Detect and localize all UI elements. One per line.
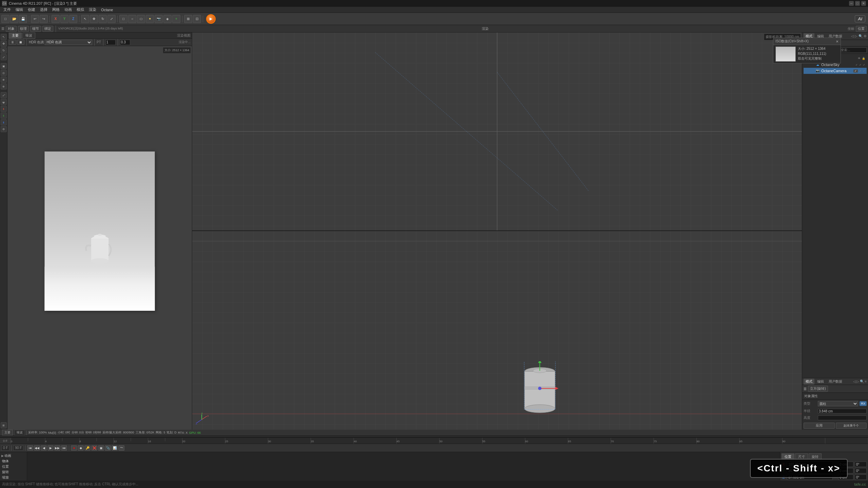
tree-item-octane-camera[interactable]: 📷 OctaneCamera ✓ ✓ ✓ xyxy=(804,68,867,74)
render-value-input[interactable] xyxy=(120,40,130,45)
auto-key-btn[interactable]: ◆ xyxy=(78,445,84,451)
goto-end-btn[interactable]: ⏭ xyxy=(61,445,67,451)
timeline-track[interactable]: 0 4 8 12 16 20 25 30 35 40 45 50 55 60 6… xyxy=(11,438,868,444)
tool-sculpt[interactable]: ◒ xyxy=(1,99,7,105)
height-input[interactable] xyxy=(818,415,867,420)
tab-noise[interactable]: 噪波 xyxy=(22,33,35,39)
menu-file[interactable]: 文件 xyxy=(1,7,13,13)
menu-edit[interactable]: 编辑 xyxy=(14,7,25,13)
tool-misc[interactable]: ⚙ xyxy=(1,126,7,132)
tool-move[interactable]: ✥ xyxy=(1,41,7,47)
mode-detail[interactable]: 细节 xyxy=(30,26,41,32)
cam-check2[interactable]: ✓ xyxy=(859,69,862,73)
tool-bottom[interactable]: ⊞ xyxy=(1,422,7,428)
axis-x-btn[interactable]: X xyxy=(52,15,60,23)
new-btn[interactable]: □ xyxy=(1,15,9,23)
material-btn[interactable]: ◈ xyxy=(163,15,172,23)
y-rot-input[interactable] xyxy=(855,468,867,473)
camera-btn[interactable]: 📷 xyxy=(155,15,163,23)
save-btn[interactable]: 💾 xyxy=(19,15,27,23)
panel-forward-btn[interactable]: ▷ xyxy=(855,34,857,38)
track-label-obj[interactable]: 物体 xyxy=(1,459,25,464)
key-sel-btn[interactable]: ▣ xyxy=(98,445,104,451)
play-btn[interactable]: ▶ xyxy=(47,445,54,451)
select-btn[interactable]: ↖ xyxy=(81,15,89,23)
track-label-scale[interactable]: 缩放 xyxy=(1,475,25,480)
props-tab-mode[interactable]: 模式 xyxy=(804,379,814,385)
goto-start-btn[interactable]: ⏮ xyxy=(27,445,33,451)
tool-4[interactable]: ⊗ xyxy=(1,83,7,89)
cube-btn[interactable]: □ xyxy=(119,15,127,23)
copy-btn[interactable]: 副本乘千个 xyxy=(836,423,867,429)
open-btn[interactable]: 📂 xyxy=(10,15,18,23)
tool-paint[interactable]: 🖊 xyxy=(1,92,7,98)
mode-bind[interactable]: 绑定 xyxy=(42,26,53,32)
render-btn[interactable]: ▶ xyxy=(206,14,216,24)
record-btn[interactable]: ● xyxy=(71,445,77,451)
tool-2[interactable]: ◎ xyxy=(1,70,7,76)
panel-back-btn[interactable]: ◁ xyxy=(851,34,854,38)
cam-check3[interactable]: ✓ xyxy=(863,69,865,73)
panel-settings-btn[interactable]: ⚙ xyxy=(864,34,867,38)
cube-lock[interactable]: 🔒 xyxy=(862,57,865,60)
props-tab-user[interactable]: 用户数据 xyxy=(827,379,844,385)
sky-check1[interactable]: ✓ xyxy=(855,63,858,66)
menu-animate[interactable]: 动画 xyxy=(62,7,74,13)
del-key-btn[interactable]: ❌ xyxy=(91,445,97,451)
sphere-btn[interactable]: ○ xyxy=(128,15,136,23)
tool-1[interactable]: ▣ xyxy=(1,63,7,69)
motion-clip-btn[interactable]: 📎 xyxy=(105,445,111,451)
cylinder-btn[interactable]: ⬭ xyxy=(137,15,145,23)
menu-render[interactable]: 渲染 xyxy=(87,7,98,13)
close-btn[interactable]: ✕ xyxy=(861,1,866,6)
ai-btn[interactable]: Ai xyxy=(855,15,865,22)
apply-btn[interactable]: 应用 xyxy=(804,423,835,429)
hdr-mode-select[interactable]: HDR 色调 xyxy=(45,40,92,45)
status-render-tab[interactable]: 主要 xyxy=(2,430,13,435)
track-label-rot[interactable]: 旋转 xyxy=(1,470,25,474)
tab-main[interactable]: 主要 xyxy=(9,33,22,39)
redo-btn[interactable]: ↪ xyxy=(40,15,48,23)
menu-simulate[interactable]: 模拟 xyxy=(75,7,86,13)
props-tab-edit[interactable]: 编辑 xyxy=(815,379,826,385)
move-btn[interactable]: ✥ xyxy=(90,15,98,23)
add-btn[interactable]: + xyxy=(172,15,180,23)
play-back-btn[interactable]: ◀ xyxy=(41,445,47,451)
props-fwd[interactable]: ▷ xyxy=(856,380,859,383)
sky-check3[interactable]: ✓ xyxy=(863,63,865,66)
props-search[interactable]: 🔍 xyxy=(860,380,864,383)
search-scene[interactable] xyxy=(840,47,867,53)
light-btn[interactable]: ✦ xyxy=(146,15,154,23)
sky-check2[interactable]: ✓ xyxy=(859,63,862,66)
minimize-btn[interactable]: ─ xyxy=(849,1,854,6)
tool-3[interactable]: ⊕ xyxy=(1,77,7,83)
prev-keyframe-btn[interactable]: ◀◀ xyxy=(34,445,40,451)
status-noise-tab[interactable]: 噪波 xyxy=(14,430,25,435)
tool-select[interactable]: ↖ xyxy=(1,34,7,40)
menu-create[interactable]: 创建 xyxy=(26,7,37,13)
scale-btn[interactable]: ⤢ xyxy=(107,15,116,23)
rotate-btn[interactable]: ↻ xyxy=(99,15,107,23)
set-key-btn[interactable]: 🔑 xyxy=(84,445,91,451)
menu-mesh[interactable]: 网格 xyxy=(50,7,62,13)
maximize-btn[interactable]: □ xyxy=(855,1,860,6)
menu-select[interactable]: 选择 xyxy=(38,7,50,13)
end-frame-input[interactable]: 90 F xyxy=(13,445,23,451)
pause-btn[interactable]: ⏸ xyxy=(9,40,16,45)
axis-z-btn[interactable]: Z xyxy=(69,15,77,23)
type-badge[interactable]: RX xyxy=(860,401,867,406)
tool-s[interactable]: $ xyxy=(1,113,7,119)
coord-btn[interactable]: 位置 xyxy=(856,26,867,32)
render-region-btn[interactable]: ⊞ xyxy=(184,15,192,23)
samples-input[interactable] xyxy=(105,40,116,45)
track-label-anim[interactable]: ▶ 动画 xyxy=(1,453,25,458)
cube-visibility[interactable]: 👁 xyxy=(858,57,861,60)
fcurve-btn[interactable]: 〜 xyxy=(118,445,124,451)
next-frame-btn[interactable]: ▶▶ xyxy=(54,445,60,451)
undo-btn[interactable]: ↩ xyxy=(31,15,39,23)
x-rot-input[interactable] xyxy=(855,462,867,467)
panel-search-btn[interactable]: 🔍 xyxy=(859,34,863,38)
stop-btn[interactable]: ⏹ xyxy=(17,40,24,45)
tool-rotate[interactable]: ↻ xyxy=(1,47,7,54)
props-back[interactable]: ◁ xyxy=(853,380,856,383)
